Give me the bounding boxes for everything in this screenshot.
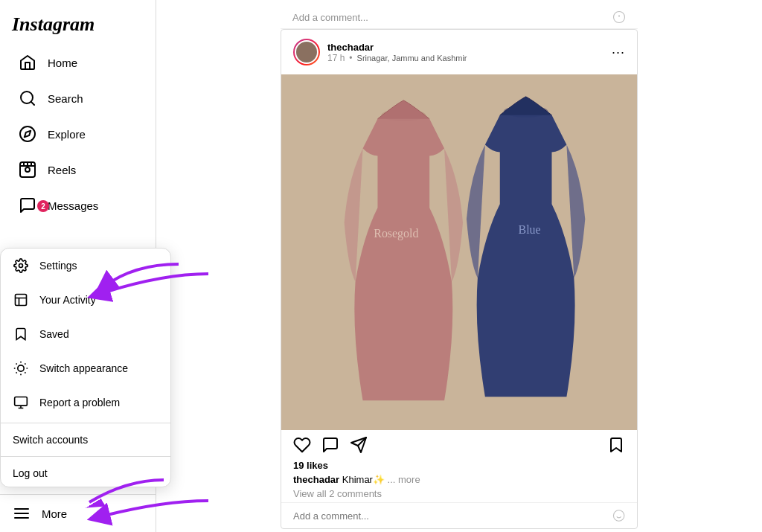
post-actions-left: [293, 436, 368, 454]
sidebar-item-home[interactable]: Home: [6, 45, 150, 80]
sidebar-item-explore[interactable]: Explore: [6, 117, 150, 151]
reels-label: Reels: [48, 164, 76, 176]
post: thechadar 17 h • Srinagar, Jammu and Kas…: [281, 29, 638, 529]
svg-rect-11: [16, 295, 27, 306]
svg-point-2: [20, 126, 35, 141]
sidebar: Instagram Home Search: [0, 0, 156, 532]
post-image: Rosegold Blue: [281, 74, 637, 430]
activity-icon: [13, 292, 29, 308]
feed: Add a comment... thechadar 17 h •: [281, 0, 638, 532]
view-comments[interactable]: View all 2 comments: [281, 488, 637, 502]
dropdown-switch-appearance[interactable]: Switch appearance: [1, 351, 170, 385]
search-icon: [18, 89, 37, 108]
reels-icon: [18, 160, 37, 179]
report-problem-label: Report a problem: [39, 397, 120, 408]
sidebar-item-search[interactable]: Search: [6, 81, 150, 115]
svg-line-20: [25, 364, 25, 365]
svg-text:Rosegold: Rosegold: [374, 227, 418, 240]
main-content: Add a comment... thechadar 17 h •: [156, 0, 762, 532]
add-comment: [281, 502, 637, 528]
svg-line-16: [25, 372, 25, 373]
saved-icon: [13, 326, 29, 342]
prev-post-add-comment: Add a comment...: [292, 12, 368, 23]
dropdown-report-problem[interactable]: Report a problem: [1, 385, 170, 420]
post-likes: 19 likes: [281, 460, 637, 474]
home-icon: [18, 53, 37, 72]
sidebar-item-messages[interactable]: 2 Messages: [6, 188, 150, 222]
svg-marker-3: [25, 131, 31, 137]
appearance-icon: [13, 360, 29, 376]
post-header-left: thechadar 17 h • Srinagar, Jammu and Kas…: [293, 39, 467, 65]
instagram-logo[interactable]: Instagram: [0, 0, 156, 42]
messages-label: Messages: [48, 199, 98, 212]
post-actions: [281, 430, 637, 460]
svg-line-1: [31, 102, 34, 105]
comment-button[interactable]: [321, 436, 339, 454]
post-caption-username[interactable]: thechadar: [293, 474, 339, 485]
more-button[interactable]: More: [0, 494, 156, 532]
more-dropdown: Settings Your Activity Saved: [0, 248, 171, 487]
explore-icon: [18, 124, 37, 144]
emoji-icon[interactable]: [612, 509, 625, 522]
svg-point-10: [19, 264, 23, 268]
home-label: Home: [48, 57, 77, 69]
svg-point-5: [25, 167, 30, 172]
dropdown-saved[interactable]: Saved: [1, 317, 170, 351]
switch-appearance-label: Switch appearance: [39, 362, 128, 374]
report-icon: [13, 394, 29, 411]
saved-label: Saved: [39, 328, 69, 340]
messages-badge: 2: [37, 200, 49, 212]
post-time: 17 h: [327, 53, 345, 63]
post-username[interactable]: thechadar: [327, 42, 467, 53]
svg-line-15: [16, 364, 17, 365]
share-button[interactable]: [350, 436, 368, 454]
comment-input[interactable]: [293, 510, 612, 522]
post-header: thechadar 17 h • Srinagar, Jammu and Kas…: [281, 30, 637, 74]
post-caption: thechadar Khimar✨ ... more: [281, 474, 637, 488]
your-activity-label: Your Activity: [39, 294, 96, 306]
sidebar-item-reels[interactable]: Reels: [6, 153, 150, 187]
post-options-button[interactable]: ···: [612, 45, 625, 60]
svg-point-12: [18, 365, 24, 371]
post-image-svg: Rosegold Blue: [281, 74, 637, 430]
post-avatar[interactable]: [293, 39, 320, 65]
svg-text:Blue: Blue: [519, 223, 541, 236]
more-label: More: [42, 507, 67, 520]
svg-point-33: [613, 510, 624, 521]
svg-rect-21: [15, 397, 28, 406]
dropdown-divider-2: [1, 456, 170, 457]
dropdown-settings[interactable]: Settings: [1, 249, 170, 283]
save-button[interactable]: [607, 436, 625, 454]
post-user-info: thechadar 17 h • Srinagar, Jammu and Kas…: [327, 42, 467, 63]
dropdown-divider-1: [1, 423, 170, 423]
caption-more[interactable]: ... more: [388, 474, 420, 485]
settings-label: Settings: [39, 260, 77, 272]
messages-icon: 2: [18, 196, 37, 215]
dropdown-your-activity[interactable]: Your Activity: [1, 283, 170, 317]
hamburger-icon: [12, 504, 31, 523]
settings-icon: [13, 257, 29, 274]
post-caption-content: Khimar✨: [342, 474, 385, 485]
like-button[interactable]: [293, 436, 311, 454]
switch-accounts[interactable]: Switch accounts: [1, 426, 170, 453]
explore-label: Explore: [48, 128, 86, 141]
search-label: Search: [48, 92, 83, 105]
post-location: Srinagar, Jammu and Kashmir: [357, 54, 467, 63]
logout[interactable]: Log out: [1, 460, 170, 487]
svg-line-19: [16, 372, 17, 373]
